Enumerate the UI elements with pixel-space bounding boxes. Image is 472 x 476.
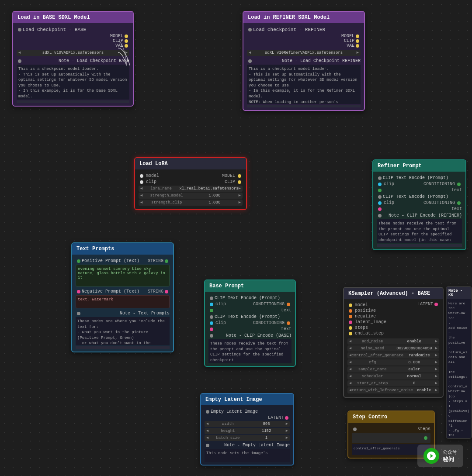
ref-prompt-scrollbar[interactable] xyxy=(377,244,462,247)
return-noise-value: enable xyxy=(413,388,435,393)
lora-clip-output: CLIP xyxy=(225,179,243,184)
start-step-right[interactable]: ► xyxy=(435,381,437,386)
base-vae-output-label: VAE xyxy=(115,43,123,48)
lora-strength-model-row[interactable]: ◄ strength_model 1.000 ► xyxy=(139,193,243,199)
positive-prompt-text[interactable]: evening sunset scenery blue sky nature, … xyxy=(76,265,170,286)
scheduler-label: scheduler xyxy=(351,374,393,379)
refiner-note-scrollbar[interactable] xyxy=(247,105,361,107)
lora-name-label: lora_name xyxy=(142,186,179,191)
ksample-steps-port xyxy=(349,326,352,330)
lora-strength-clip-row[interactable]: ◄ strength_clip 1.000 ► xyxy=(139,200,243,206)
empty-latent-width[interactable]: ◄ width 896 ► xyxy=(205,421,290,427)
ksample-latent-in: latent_image xyxy=(347,320,386,324)
base-clip2-out-port xyxy=(287,321,290,325)
steps-field[interactable] xyxy=(352,433,430,443)
base-ckpt-arrow-right[interactable]: ► xyxy=(125,51,128,55)
control-after-right[interactable]: ► xyxy=(435,353,437,358)
base-text1-label: text xyxy=(281,308,292,313)
ksample-cfg[interactable]: ◄ cfg 8.000 ► xyxy=(347,359,439,366)
step-control-header: Step Contro xyxy=(348,411,434,423)
ksample-sampler[interactable]: ◄ sampler_name euler ► xyxy=(347,366,439,373)
sampler-value: euler xyxy=(393,367,435,372)
watermark: 公众号 秘问 xyxy=(417,445,463,467)
lora-str-clip-right[interactable]: ► xyxy=(239,200,241,205)
ksample-start-step[interactable]: ◄ start_at_step 0 ► xyxy=(347,380,439,386)
base-prompt-title: Base Prompt xyxy=(209,283,244,289)
watermark-platform: 公众号 xyxy=(443,449,457,455)
refiner-vae-output-label: VAE xyxy=(347,43,354,48)
lora-name-row[interactable]: ◄ lora_name xl_real_beta1.safetensors ► xyxy=(139,186,243,192)
base-note-scrollbar[interactable] xyxy=(17,100,129,103)
ksample-return-noise[interactable]: ◄ return_with_leftover_noise enable ► xyxy=(347,387,439,393)
refiner-ckpt-value: sdXL_v10RefinerVAEFix.safetensors xyxy=(251,51,356,55)
ksample-positive-label: positive xyxy=(355,308,376,313)
ksample-add-noise[interactable]: ◄ add_noise enable ► xyxy=(347,338,439,345)
text-note-content: These nodes are where you include the te… xyxy=(76,317,170,345)
lora-clip-input: clip xyxy=(139,179,156,184)
steps-dot xyxy=(353,428,357,431)
text-note-dot xyxy=(77,312,80,315)
ksample-control-after[interactable]: ◄ control_after_generate randomize ► xyxy=(347,352,439,359)
negative-dot xyxy=(77,290,80,293)
refiner-model-header: Load in REFINER SDXL Model xyxy=(243,12,364,23)
height-label: height xyxy=(208,429,247,433)
node-base-prompt: Base Prompt CLIP Text Encode (Prompt) cl… xyxy=(204,279,296,367)
ksample-endstep-in: end_at_step xyxy=(347,331,386,336)
refiner-prompt-title: Refiner Prompt xyxy=(378,163,422,169)
scheduler-value: normal xyxy=(393,374,435,379)
ksample-scheduler[interactable]: ◄ scheduler normal ► xyxy=(347,373,439,379)
positive-dot xyxy=(77,259,80,263)
ksample-endstep-label: end_at_step xyxy=(355,331,384,336)
base-note-label: Note - Load Checkpoint BASE xyxy=(59,59,129,63)
batch-label: batch_size xyxy=(208,436,247,440)
width-right[interactable]: ► xyxy=(286,422,288,426)
node-refiner-prompt: Refiner Prompt CLIP Text Encode (Prompt)… xyxy=(372,159,466,250)
empty-latent-out-label: LATENT xyxy=(268,415,284,420)
negative-prompt-text[interactable]: text, watermark xyxy=(76,295,170,308)
ref-clip-encode-2: CLIP Text Encode (Prompt) xyxy=(377,194,462,199)
scheduler-right[interactable]: ► xyxy=(435,374,437,379)
refiner-model-output-label: MODEL xyxy=(341,34,354,38)
steps-out-port xyxy=(424,436,427,440)
control-after-value: randomize xyxy=(403,353,435,358)
ref-clip1-ports: clip CONDITIONING xyxy=(377,182,462,186)
lora-clip-out-port xyxy=(238,180,241,184)
empty-latent-batch[interactable]: ◄ batch_size 1 ► xyxy=(205,435,290,441)
positive-label: Positive Prompt (Text) xyxy=(82,259,148,263)
base-clip1-in-label: clip xyxy=(215,302,226,307)
ksample-seed[interactable]: ◄ noise_seed 002900890034059 ► xyxy=(347,345,439,352)
empty-latent-height[interactable]: ◄ height 1152 ► xyxy=(205,428,290,434)
positive-prompt-label-row: Positive Prompt (Text) STRING xyxy=(76,259,170,263)
refiner-vae-port xyxy=(356,44,359,48)
lora-str-model-right[interactable]: ► xyxy=(239,193,241,198)
refiner-prompt-note-label: Note - CLIP Encode (REFINER) xyxy=(377,213,462,218)
ksample-steps-label: steps xyxy=(355,325,368,330)
refiner-checkpoint-dot xyxy=(248,28,252,31)
batch-right[interactable]: ► xyxy=(286,436,288,440)
refiner-ckpt-row[interactable]: ◄ sdXL_v10RefinerVAEFix.safetensors ► xyxy=(247,50,361,56)
cfg-right[interactable]: ► xyxy=(435,360,437,365)
empty-latent-dot xyxy=(206,410,209,414)
height-right[interactable]: ► xyxy=(286,429,288,433)
return-noise-right[interactable]: ► xyxy=(435,388,437,393)
refiner-ckpt-arrow-right[interactable]: ► xyxy=(357,51,359,55)
add-noise-right[interactable]: ► xyxy=(435,339,437,344)
refiner-checkpoint-label: Load Checkpoint - REFINER xyxy=(253,27,361,32)
sampler-right[interactable]: ► xyxy=(435,367,437,372)
base-model-output: MODEL xyxy=(17,34,129,38)
empty-latent-note-dot xyxy=(206,444,209,447)
return-noise-label: return_with_leftover_noise xyxy=(351,388,413,393)
lora-name-arrow-right[interactable]: ► xyxy=(239,186,241,191)
width-label: width xyxy=(208,422,247,426)
ref-clip2-in-port xyxy=(378,201,382,205)
base-prompt-header: Base Prompt xyxy=(205,280,295,292)
lora-str-model-label: strength_model xyxy=(142,193,191,198)
empty-latent-note-text: This node sets the image's xyxy=(205,449,290,462)
text-note-scrollbar[interactable] xyxy=(76,346,170,349)
node-load-lora: Load LoRA model MODEL clip CLIP ◄ xyxy=(134,157,247,210)
note-ks-text: Here are the workflow to:- add_noise =th… xyxy=(447,299,471,439)
seed-right[interactable]: ► xyxy=(435,346,437,351)
cfg-value: 8.000 xyxy=(393,360,435,365)
base-ckpt-row[interactable]: ◄ sdXL_v10VAEFix.safetensors ► xyxy=(17,50,129,56)
base-checkpoint-label: Load Checkpoint - BASE xyxy=(23,27,129,32)
